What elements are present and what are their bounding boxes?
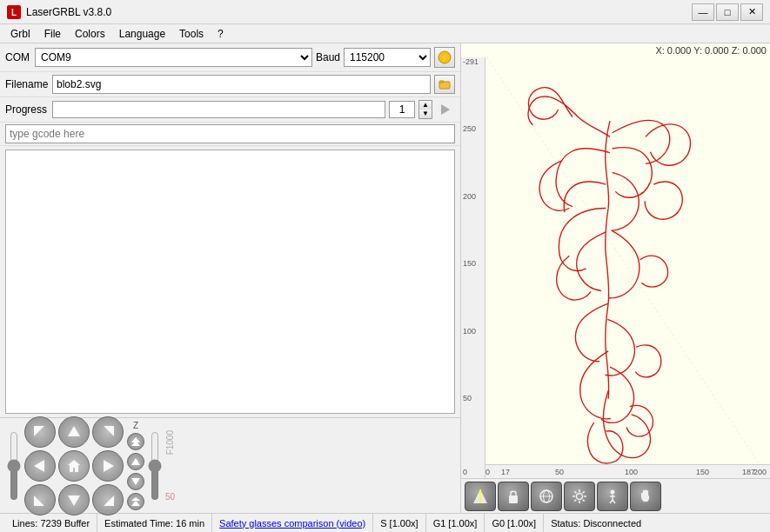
- status-bar: Lines: 7239 Buffer Estimated Time: 16 mi…: [0, 513, 770, 532]
- laser-tool-button[interactable]: [465, 482, 496, 511]
- app-icon: L: [7, 5, 21, 19]
- controls-area: Z F1000 50: [0, 417, 460, 513]
- z-up-fast-button[interactable]: [127, 433, 144, 450]
- g1-label: G1 [1.00x]: [433, 518, 478, 529]
- g1-status: G1 [1.00x]: [426, 514, 485, 532]
- com-label: COM: [5, 51, 31, 63]
- globe-icon: [538, 488, 555, 505]
- jog-grid: [24, 416, 124, 515]
- canvas-coords: X: 0.000 Y: 0.000 Z: 0.000: [655, 45, 767, 56]
- folder-icon: [439, 78, 451, 90]
- title-bar: L LaserGRBL v3.8.0 — □ ✕: [0, 0, 770, 24]
- lines-status: Lines: 7239 Buffer: [5, 514, 97, 532]
- progress-label: Progress: [5, 103, 49, 116]
- z-down-fast-button[interactable]: [127, 493, 144, 510]
- svg-marker-13: [34, 495, 44, 506]
- settings-tool-button[interactable]: [564, 482, 595, 511]
- y-mark-250: 250: [463, 124, 476, 133]
- z-up-button[interactable]: [127, 453, 144, 470]
- svg-marker-19: [131, 478, 140, 485]
- right-slider[interactable]: [148, 431, 162, 501]
- f-speed-label: F1000: [165, 430, 175, 455]
- z-controls: Z: [127, 421, 144, 510]
- hand-tool-button[interactable]: [630, 482, 661, 511]
- time-value: 16 min: [176, 518, 204, 529]
- menu-file[interactable]: File: [37, 24, 68, 43]
- connect-button[interactable]: ⚡: [434, 47, 455, 68]
- maximize-button[interactable]: □: [716, 3, 739, 21]
- hand-icon: [637, 488, 654, 505]
- com-port-select[interactable]: COM9 COM1COM2COM3 COM4COM5COM6 COM7COM8: [35, 48, 312, 67]
- svg-marker-18: [131, 458, 140, 465]
- canvas-toolbar: [461, 478, 770, 513]
- open-file-button[interactable]: [434, 75, 455, 94]
- estimated-status: Estimated Time: 16 min: [97, 514, 212, 532]
- title-bar-controls: — □ ✕: [692, 3, 763, 21]
- status-label: Status:: [551, 518, 580, 529]
- z-label: Z: [133, 421, 138, 430]
- jog-home-button[interactable]: [58, 450, 90, 482]
- title-bar-text: LaserGRBL v3.8.0: [26, 6, 692, 18]
- left-panel: COM COM9 COM1COM2COM3 COM4COM5COM6 COM7C…: [0, 43, 461, 513]
- svg-marker-15: [104, 495, 114, 506]
- menu-grbl[interactable]: Grbl: [3, 24, 37, 43]
- jog-se-button[interactable]: [92, 484, 124, 515]
- jog-south-button[interactable]: [58, 484, 90, 515]
- jog-west-button[interactable]: [24, 450, 56, 482]
- jog-sw-button[interactable]: [24, 484, 56, 515]
- run-icon: [439, 103, 452, 116]
- run-button[interactable]: [436, 100, 455, 119]
- speed-value: 50: [165, 492, 175, 502]
- menu-language[interactable]: Language: [112, 24, 172, 43]
- svg-point-29: [577, 493, 583, 499]
- jog-ne-button[interactable]: [92, 416, 124, 448]
- menu-bar: Grbl File Colors Language Tools ?: [0, 24, 770, 43]
- connection-status: Status: Disconnected: [544, 514, 648, 532]
- jog-east-button[interactable]: [92, 450, 124, 482]
- canvas-drawing: [485, 57, 770, 478]
- gcode-input-row: [0, 123, 460, 146]
- com-row: COM COM9 COM1COM2COM3 COM4COM5COM6 COM7C…: [0, 43, 460, 72]
- g0-label: G0 [1.00x]: [492, 518, 536, 529]
- console-area[interactable]: [5, 150, 455, 414]
- y-mark-100: 100: [463, 327, 476, 336]
- y-mark-150: 150: [463, 259, 476, 268]
- minimize-button[interactable]: —: [692, 3, 714, 21]
- svg-marker-9: [104, 426, 114, 436]
- x-axis-ruler: 0 17 50 100 150 187 200: [485, 464, 770, 478]
- progress-decrement-button[interactable]: ▼: [419, 110, 432, 118]
- globe-tool-button[interactable]: [531, 482, 562, 511]
- z-down-button[interactable]: [127, 473, 144, 490]
- home-icon: [66, 458, 82, 474]
- close-button[interactable]: ✕: [740, 3, 763, 21]
- progress-stepper: ▲ ▼: [418, 100, 432, 119]
- menu-help[interactable]: ?: [211, 24, 231, 43]
- s-label: S [1.00x]: [380, 518, 418, 529]
- progress-increment-button[interactable]: ▲: [419, 101, 432, 110]
- person-tool-button[interactable]: [597, 482, 628, 511]
- lock-tool-button[interactable]: [498, 482, 529, 511]
- baud-select[interactable]: 115200 96001920038400 57600250000: [344, 48, 431, 67]
- svg-marker-11: [68, 460, 80, 472]
- svg-marker-12: [104, 460, 114, 472]
- lines-label: Lines: 7239: [12, 518, 62, 529]
- filename-input[interactable]: [52, 75, 431, 94]
- buffer-label: Buffer: [64, 518, 90, 529]
- laser-icon: [472, 488, 489, 505]
- jog-nw-button[interactable]: [24, 416, 56, 448]
- safety-link[interactable]: Safety glasses comparison (video): [219, 518, 365, 529]
- svg-text:⚡: ⚡: [439, 52, 451, 63]
- menu-tools[interactable]: Tools: [172, 24, 211, 43]
- svg-marker-10: [34, 460, 44, 472]
- y-mark-top: -291: [463, 57, 479, 66]
- connect-icon: ⚡: [438, 50, 452, 64]
- y-mark-50: 50: [463, 394, 472, 402]
- svg-marker-20: [131, 497, 140, 501]
- status-value: Disconnected: [583, 518, 641, 529]
- gcode-input[interactable]: [5, 124, 455, 143]
- jog-north-button[interactable]: [58, 416, 90, 448]
- svg-marker-14: [68, 495, 80, 506]
- menu-colors[interactable]: Colors: [68, 24, 112, 43]
- svg-point-30: [611, 489, 615, 494]
- left-slider[interactable]: [7, 431, 21, 501]
